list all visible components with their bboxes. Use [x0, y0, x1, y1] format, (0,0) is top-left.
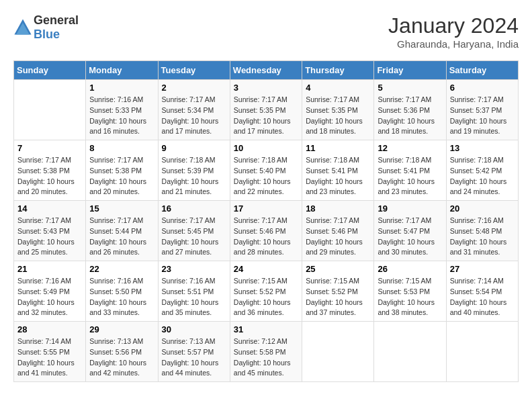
day-info: Sunrise: 7:18 AMSunset: 5:40 PMDaylight:…	[234, 155, 298, 197]
col-header-monday: Monday	[86, 61, 158, 80]
day-cell: 20Sunrise: 7:16 AMSunset: 5:48 PMDayligh…	[446, 201, 518, 261]
day-info: Sunrise: 7:16 AMSunset: 5:51 PMDaylight:…	[162, 276, 226, 318]
day-number: 22	[89, 264, 154, 274]
day-number: 16	[162, 203, 226, 214]
col-header-thursday: Thursday	[302, 61, 374, 80]
day-cell: 2Sunrise: 7:17 AMSunset: 5:34 PMDaylight…	[158, 80, 230, 140]
day-number: 20	[450, 203, 515, 214]
day-info: Sunrise: 7:16 AMSunset: 5:48 PMDaylight:…	[450, 216, 515, 258]
day-info: Sunrise: 7:17 AMSunset: 5:38 PMDaylight:…	[89, 155, 154, 197]
day-info: Sunrise: 7:18 AMSunset: 5:41 PMDaylight:…	[378, 155, 442, 197]
day-cell: 19Sunrise: 7:17 AMSunset: 5:47 PMDayligh…	[374, 201, 446, 261]
day-info: Sunrise: 7:14 AMSunset: 5:54 PMDaylight:…	[450, 276, 515, 318]
day-number: 28	[17, 324, 82, 334]
day-info: Sunrise: 7:17 AMSunset: 5:45 PMDaylight:…	[162, 216, 226, 258]
day-number: 10	[234, 143, 298, 153]
day-info: Sunrise: 7:17 AMSunset: 5:35 PMDaylight:…	[234, 95, 298, 137]
day-info: Sunrise: 7:15 AMSunset: 5:52 PMDaylight:…	[306, 276, 370, 318]
day-number: 18	[306, 203, 370, 214]
day-cell: 31Sunrise: 7:12 AMSunset: 5:58 PMDayligh…	[230, 322, 302, 382]
day-cell: 16Sunrise: 7:17 AMSunset: 5:45 PMDayligh…	[158, 201, 230, 261]
day-cell: 29Sunrise: 7:13 AMSunset: 5:56 PMDayligh…	[86, 322, 158, 382]
day-number: 15	[89, 203, 154, 214]
day-number: 11	[306, 143, 370, 153]
day-info: Sunrise: 7:18 AMSunset: 5:39 PMDaylight:…	[162, 155, 226, 197]
day-number: 24	[234, 264, 298, 274]
day-number: 14	[17, 203, 82, 214]
day-number: 13	[450, 143, 515, 153]
day-info: Sunrise: 7:18 AMSunset: 5:42 PMDaylight:…	[450, 155, 515, 197]
day-info: Sunrise: 7:17 AMSunset: 5:34 PMDaylight:…	[162, 95, 226, 137]
day-cell	[302, 322, 374, 382]
day-info: Sunrise: 7:16 AMSunset: 5:50 PMDaylight:…	[89, 276, 154, 318]
day-number: 12	[378, 143, 442, 153]
day-number: 3	[234, 83, 298, 93]
day-cell	[374, 322, 446, 382]
day-cell: 21Sunrise: 7:16 AMSunset: 5:49 PMDayligh…	[14, 261, 86, 322]
day-info: Sunrise: 7:17 AMSunset: 5:36 PMDaylight:…	[378, 95, 442, 137]
day-cell: 30Sunrise: 7:13 AMSunset: 5:57 PMDayligh…	[158, 322, 230, 382]
logo: General Blue	[13, 13, 79, 42]
day-cell: 10Sunrise: 7:18 AMSunset: 5:40 PMDayligh…	[230, 140, 302, 201]
calendar-header: SundayMondayTuesdayWednesdayThursdayFrid…	[14, 61, 519, 80]
day-number: 5	[378, 83, 442, 93]
day-cell: 25Sunrise: 7:15 AMSunset: 5:52 PMDayligh…	[302, 261, 374, 322]
day-number: 6	[450, 83, 515, 93]
week-row-4: 21Sunrise: 7:16 AMSunset: 5:49 PMDayligh…	[14, 261, 519, 322]
day-number: 27	[450, 264, 515, 274]
calendar-table: SundayMondayTuesdayWednesdayThursdayFrid…	[13, 60, 519, 382]
day-number: 26	[378, 264, 442, 274]
title-block: January 2024 Gharaunda, Haryana, India	[388, 13, 519, 50]
day-cell: 23Sunrise: 7:16 AMSunset: 5:51 PMDayligh…	[158, 261, 230, 322]
day-info: Sunrise: 7:17 AMSunset: 5:47 PMDaylight:…	[378, 216, 442, 258]
logo-blue: Blue	[34, 28, 60, 41]
day-cell: 3Sunrise: 7:17 AMSunset: 5:35 PMDaylight…	[230, 80, 302, 140]
col-header-tuesday: Tuesday	[158, 61, 230, 80]
month-title: January 2024	[388, 13, 519, 38]
col-header-saturday: Saturday	[446, 61, 518, 80]
day-info: Sunrise: 7:17 AMSunset: 5:35 PMDaylight:…	[306, 95, 370, 137]
week-row-5: 28Sunrise: 7:14 AMSunset: 5:55 PMDayligh…	[14, 322, 519, 382]
day-number: 25	[306, 264, 370, 274]
day-number: 1	[89, 83, 154, 93]
day-number: 7	[17, 143, 82, 153]
day-cell: 4Sunrise: 7:17 AMSunset: 5:35 PMDaylight…	[302, 80, 374, 140]
day-cell: 28Sunrise: 7:14 AMSunset: 5:55 PMDayligh…	[14, 322, 86, 382]
week-row-1: 1Sunrise: 7:16 AMSunset: 5:33 PMDaylight…	[14, 80, 519, 140]
col-header-wednesday: Wednesday	[230, 61, 302, 80]
day-cell: 22Sunrise: 7:16 AMSunset: 5:50 PMDayligh…	[86, 261, 158, 322]
day-number: 23	[162, 264, 226, 274]
day-cell: 17Sunrise: 7:17 AMSunset: 5:46 PMDayligh…	[230, 201, 302, 261]
day-cell: 27Sunrise: 7:14 AMSunset: 5:54 PMDayligh…	[446, 261, 518, 322]
day-info: Sunrise: 7:17 AMSunset: 5:38 PMDaylight:…	[17, 155, 82, 197]
day-info: Sunrise: 7:14 AMSunset: 5:55 PMDaylight:…	[17, 336, 82, 379]
day-info: Sunrise: 7:13 AMSunset: 5:56 PMDaylight:…	[89, 336, 154, 379]
day-info: Sunrise: 7:17 AMSunset: 5:37 PMDaylight:…	[450, 95, 515, 137]
day-info: Sunrise: 7:18 AMSunset: 5:41 PMDaylight:…	[306, 155, 370, 197]
day-info: Sunrise: 7:12 AMSunset: 5:58 PMDaylight:…	[234, 336, 298, 379]
day-info: Sunrise: 7:17 AMSunset: 5:46 PMDaylight:…	[306, 216, 370, 258]
day-number: 29	[89, 324, 154, 334]
location: Gharaunda, Haryana, India	[388, 38, 519, 50]
week-row-3: 14Sunrise: 7:17 AMSunset: 5:43 PMDayligh…	[14, 201, 519, 261]
day-cell: 6Sunrise: 7:17 AMSunset: 5:37 PMDaylight…	[446, 80, 518, 140]
day-info: Sunrise: 7:13 AMSunset: 5:57 PMDaylight:…	[162, 336, 226, 379]
logo-general: General	[34, 13, 79, 27]
day-number: 8	[89, 143, 154, 153]
day-info: Sunrise: 7:17 AMSunset: 5:46 PMDaylight:…	[234, 216, 298, 258]
logo-icon	[13, 18, 32, 37]
week-row-2: 7Sunrise: 7:17 AMSunset: 5:38 PMDaylight…	[14, 140, 519, 201]
col-header-friday: Friday	[374, 61, 446, 80]
day-cell: 11Sunrise: 7:18 AMSunset: 5:41 PMDayligh…	[302, 140, 374, 201]
day-number: 9	[162, 143, 226, 153]
day-cell: 9Sunrise: 7:18 AMSunset: 5:39 PMDaylight…	[158, 140, 230, 201]
day-number: 17	[234, 203, 298, 214]
day-cell: 24Sunrise: 7:15 AMSunset: 5:52 PMDayligh…	[230, 261, 302, 322]
day-info: Sunrise: 7:17 AMSunset: 5:44 PMDaylight:…	[89, 216, 154, 258]
day-info: Sunrise: 7:16 AMSunset: 5:33 PMDaylight:…	[89, 95, 154, 137]
day-cell: 8Sunrise: 7:17 AMSunset: 5:38 PMDaylight…	[86, 140, 158, 201]
day-number: 4	[306, 83, 370, 93]
day-cell: 26Sunrise: 7:15 AMSunset: 5:53 PMDayligh…	[374, 261, 446, 322]
day-cell: 1Sunrise: 7:16 AMSunset: 5:33 PMDaylight…	[86, 80, 158, 140]
day-info: Sunrise: 7:15 AMSunset: 5:53 PMDaylight:…	[378, 276, 442, 318]
